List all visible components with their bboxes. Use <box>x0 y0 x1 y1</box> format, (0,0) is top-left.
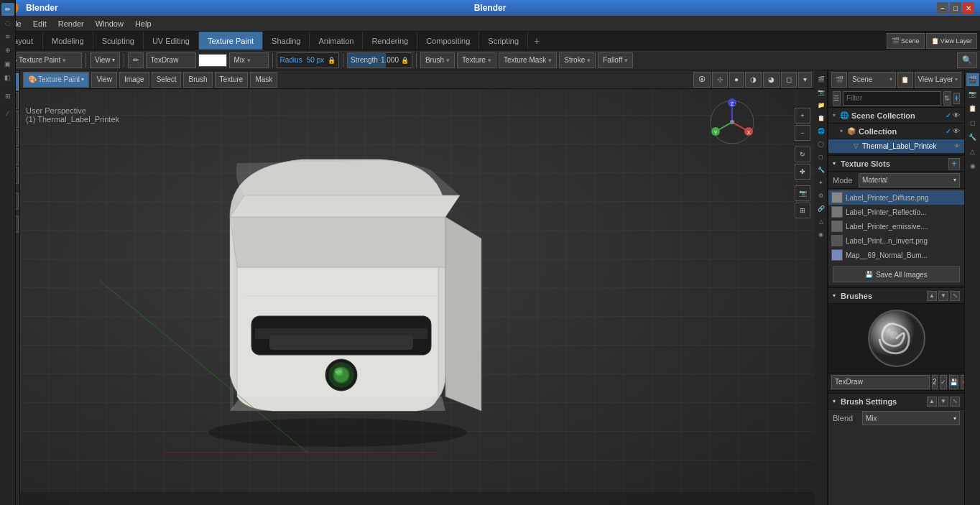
brush-pin-btn[interactable]: ✓ <box>940 375 947 389</box>
tool-mask[interactable]: ◧ <box>1 71 14 84</box>
brush-settings-expand-btn[interactable]: ⤡ <box>950 397 960 407</box>
blend-value-dropdown[interactable]: Mix ▾ <box>862 411 960 425</box>
brush-settings-header[interactable]: ▾ Brush Settings ▲ ▼ ⤡ <box>828 394 964 409</box>
rp-icon-view[interactable]: 📋 <box>815 112 827 124</box>
texture-slots-add-btn[interactable]: + <box>948 158 960 170</box>
strength-field[interactable]: Strength 1.000 🔒 <box>347 52 412 68</box>
add-workspace-button[interactable]: + <box>528 32 545 50</box>
rp-strip-data[interactable]: △ <box>966 145 979 158</box>
rp-strip-mod[interactable]: 🔧 <box>966 131 979 144</box>
object-tree-item-0[interactable]: ▽ Thermal_Label_Printek 👁 <box>828 139 964 153</box>
rp-icon-output[interactable]: 📁 <box>815 99 827 111</box>
texture-item-1[interactable]: Label_Printer_Reflectio... <box>828 205 964 219</box>
texture-dropdown[interactable]: Texture <box>457 52 496 68</box>
tool-fill[interactable]: ▣ <box>1 57 14 70</box>
rp-icon-object[interactable]: ◻ <box>815 151 827 162</box>
brush-icon-btn[interactable]: ✏ <box>128 52 144 68</box>
rp-strip-view[interactable]: 📋 <box>966 102 979 115</box>
rp-strip-scene[interactable]: 🎬 <box>966 73 979 86</box>
viewport-shading-wire[interactable]: ◻ <box>781 72 797 88</box>
brush-save-btn[interactable]: 💾 <box>949 375 958 389</box>
minimize-button[interactable]: − <box>937 2 948 14</box>
rp-icon-constraints[interactable]: 🔗 <box>815 203 827 214</box>
collection-header[interactable]: ▾ 📦 Collection ✓ 👁 <box>828 124 964 139</box>
maximize-button[interactable]: □ <box>950 2 961 14</box>
viewport-zoom-in-btn[interactable]: + <box>795 108 810 124</box>
rp-strip-material[interactable]: ◉ <box>966 159 979 172</box>
radius-field[interactable]: Radius 50 px 🔒 <box>277 52 340 68</box>
rp-icon-particles[interactable]: ✦ <box>815 177 827 188</box>
tree-visibility-icon[interactable]: 👁 <box>953 142 961 150</box>
brush-name-btn[interactable]: TexDraw <box>146 52 196 68</box>
viewport-image-btn[interactable]: Image <box>119 72 149 88</box>
rp-icon-world[interactable]: ◯ <box>815 138 827 149</box>
mode-value-dropdown[interactable]: Material ▾ <box>859 173 960 187</box>
tab-texture-paint[interactable]: Texture Paint <box>199 32 263 50</box>
rp-icon-data[interactable]: △ <box>815 216 827 227</box>
render-properties-btn[interactable]: 📋 View Layer <box>926 33 977 49</box>
texture-slots-header[interactable]: ▾ Texture Slots + <box>828 156 964 172</box>
tab-sculpting[interactable]: Sculpting <box>93 32 144 50</box>
tab-compositing[interactable]: Compositing <box>417 32 479 50</box>
save-all-images-button[interactable]: 💾 Save All Images <box>833 267 960 282</box>
viewport-display-options[interactable]: ▾ <box>798 72 812 88</box>
blend-mode-selector[interactable]: Mix <box>229 52 269 68</box>
texture-item-3[interactable]: Label_Print...n_invert.png <box>828 233 964 248</box>
brush-name-input[interactable] <box>831 375 930 389</box>
texture-mask-dropdown[interactable]: Texture Mask <box>499 52 557 68</box>
viewport-overlay-btn[interactable]: ⦿ <box>693 72 711 88</box>
brushes-scroll-down-btn[interactable]: ▼ <box>938 291 948 301</box>
viewport-gizmo-btn[interactable]: ⊹ <box>712 72 728 88</box>
viewport-shading-rendered[interactable]: ◕ <box>763 72 780 88</box>
tool-smear[interactable]: ≋ <box>1 30 14 43</box>
brushes-expand-view-btn[interactable]: ⤡ <box>950 291 960 301</box>
rp-filter-btn[interactable]: ☰ <box>833 91 841 106</box>
viewport-zoom-out-btn[interactable]: − <box>795 125 810 141</box>
brush-settings-scroll-up-btn[interactable]: ▲ <box>927 397 937 407</box>
viewport-orbit-btn[interactable]: ↻ <box>795 147 810 162</box>
rp-strip-object[interactable]: ◻ <box>966 116 979 129</box>
color-swatch[interactable] <box>198 54 227 67</box>
rp-icon-scene[interactable]: 🎬 <box>815 73 827 85</box>
viewport-brush-btn[interactable]: Brush <box>183 72 212 88</box>
tab-shading[interactable]: Shading <box>263 32 310 50</box>
view-layer-icon-btn[interactable]: 📋 <box>897 72 913 88</box>
tab-uv-editing[interactable]: UV Editing <box>144 32 199 50</box>
rp-icon-modifier[interactable]: 🔧 <box>815 164 827 175</box>
tab-scripting[interactable]: Scripting <box>479 32 528 50</box>
viewport-shading-solid[interactable]: ● <box>729 72 744 88</box>
viewport-texture-btn[interactable]: Texture <box>215 72 249 88</box>
menu-window[interactable]: Window <box>90 18 129 29</box>
viewport-3d-content[interactable]: User Perspective (1) Thermal_Label_Print… <box>20 86 815 505</box>
tool-soften[interactable]: ◌ <box>1 17 14 29</box>
menu-render[interactable]: Render <box>52 18 90 29</box>
close-button[interactable]: ✕ <box>963 2 974 14</box>
brush-settings-scroll-down-btn[interactable]: ▼ <box>938 397 948 407</box>
rp-icon-physics[interactable]: ⚙ <box>815 190 827 201</box>
viewport-mode-btn[interactable]: 🎨 Texture Paint ▾ <box>23 72 89 88</box>
texture-item-4[interactable]: Map__69_Normal_Bum... <box>828 248 964 262</box>
scene-collection-header[interactable]: ▾ 🌐 Scene Collection ✓ 👁 <box>828 108 964 124</box>
rp-add-btn[interactable]: + <box>953 93 960 104</box>
tab-modeling[interactable]: Modeling <box>43 32 93 50</box>
menu-edit[interactable]: Edit <box>27 18 52 29</box>
tool-transform[interactable]: ⊞ <box>1 90 14 103</box>
view-button[interactable]: View ▾ <box>90 52 120 68</box>
tab-rendering[interactable]: Rendering <box>363 32 417 50</box>
brush-dropdown[interactable]: Brush <box>420 52 455 68</box>
rp-search-input[interactable] <box>843 91 941 106</box>
view-layer-field[interactable]: View Layer ▾ <box>915 72 962 88</box>
menu-help[interactable]: Help <box>129 18 157 29</box>
texture-item-0[interactable]: Label_Printer_Diffuse.png <box>828 190 964 205</box>
viewport-scenes-btn[interactable]: ⊞ <box>795 203 810 218</box>
brushes-section-header[interactable]: ▾ Brushes ▲ ▼ ⤡ <box>828 288 964 304</box>
viewport-shading-material[interactable]: ◑ <box>745 72 762 88</box>
stroke-dropdown[interactable]: Stroke <box>559 52 596 68</box>
tool-clone[interactable]: ⊕ <box>1 44 14 57</box>
rp-icon-render[interactable]: 📷 <box>815 86 827 98</box>
brushes-scroll-up-btn[interactable]: ▲ <box>927 291 937 301</box>
falloff-dropdown[interactable]: Falloff <box>598 52 633 68</box>
scene-field[interactable]: Scene ▾ <box>849 72 896 88</box>
texture-item-2[interactable]: Label_Printer_emissive.... <box>828 219 964 233</box>
viewport-select-btn[interactable]: Select <box>152 72 182 88</box>
